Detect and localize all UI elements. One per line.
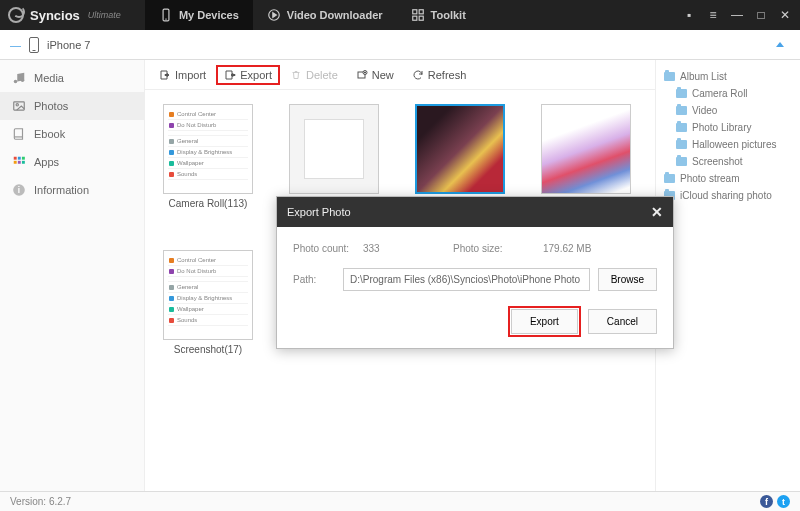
settings-thumb-icon: Control Center Do Not Disturb General Di… xyxy=(164,251,252,339)
trash-icon xyxy=(290,69,302,81)
photo-size-value: 179.62 MB xyxy=(543,243,591,254)
sidebar-label: Ebook xyxy=(34,128,65,140)
maximize-icon[interactable]: □ xyxy=(754,8,768,22)
folder-icon xyxy=(664,72,675,81)
tree-camera-roll[interactable]: Camera Roll xyxy=(662,85,794,102)
svg-point-7 xyxy=(14,80,18,84)
menu-icon[interactable]: ≡ xyxy=(706,8,720,22)
play-circle-icon xyxy=(267,8,281,22)
chevron-up-icon[interactable] xyxy=(776,42,784,47)
tree-album-list[interactable]: Album List xyxy=(662,68,794,85)
folder-icon xyxy=(676,157,687,166)
album-thumb xyxy=(289,104,379,194)
tree-photo-library[interactable]: Photo Library xyxy=(662,119,794,136)
window-controls: ▪ ≡ — □ ✕ xyxy=(682,8,792,22)
photo-count-label: Photo count: xyxy=(293,243,363,254)
social-links: f t xyxy=(760,495,790,508)
tab-video-downloader[interactable]: Video Downloader xyxy=(253,0,397,30)
album-camera-roll[interactable]: Control Center Do Not Disturb General Di… xyxy=(159,104,257,220)
dialog-export-button[interactable]: Export xyxy=(511,309,578,334)
dialog-actions: Export Cancel xyxy=(293,309,657,334)
tree-photo-stream[interactable]: Photo stream xyxy=(662,170,794,187)
album-thumb: Control Center Do Not Disturb General Di… xyxy=(163,104,253,194)
svg-rect-9 xyxy=(14,102,25,110)
nav-tabs: My Devices Video Downloader Toolkit xyxy=(145,0,480,30)
svg-point-8 xyxy=(21,79,25,83)
new-icon xyxy=(356,69,368,81)
phone-icon xyxy=(159,8,173,22)
btn-label: New xyxy=(372,69,394,81)
new-button[interactable]: New xyxy=(348,65,402,85)
settings-thumb-icon: Control Center Do Not Disturb General Di… xyxy=(164,105,252,193)
tab-label: Video Downloader xyxy=(287,9,383,21)
folder-icon xyxy=(664,174,675,183)
tab-label: Toolkit xyxy=(431,9,466,21)
sidebar-item-ebook[interactable]: Ebook xyxy=(0,120,144,148)
tab-my-devices[interactable]: My Devices xyxy=(145,0,253,30)
album-thumb xyxy=(541,104,631,194)
grid-icon xyxy=(411,8,425,22)
photo-icon xyxy=(12,99,26,113)
device-bar: — iPhone 7 xyxy=(0,30,800,60)
album-label: Screenshot(17) xyxy=(174,344,242,355)
folder-icon xyxy=(676,123,687,132)
svg-rect-3 xyxy=(412,10,416,14)
import-icon xyxy=(159,69,171,81)
photo-count-value: 333 xyxy=(363,243,453,254)
refresh-icon xyxy=(412,69,424,81)
btn-label: Export xyxy=(240,69,272,81)
path-input[interactable] xyxy=(343,268,590,291)
dialog-path-row: Path: Browse xyxy=(293,268,657,291)
dialog-titlebar: Export Photo ✕ xyxy=(277,197,673,227)
tree-halloween[interactable]: Halloween pictures xyxy=(662,136,794,153)
delete-button[interactable]: Delete xyxy=(282,65,346,85)
sidebar-label: Media xyxy=(34,72,64,84)
album-thumb: Control Center Do Not Disturb General Di… xyxy=(163,250,253,340)
dialog-cancel-button[interactable]: Cancel xyxy=(588,309,657,334)
brand-name: Syncios xyxy=(30,8,80,23)
export-button[interactable]: Export xyxy=(216,65,280,85)
btn-label: Delete xyxy=(306,69,338,81)
music-icon xyxy=(12,71,26,85)
tree-icloud-sharing[interactable]: iCloud sharing photo xyxy=(662,187,794,204)
browse-button[interactable]: Browse xyxy=(598,268,657,291)
close-icon[interactable]: ✕ xyxy=(778,8,792,22)
photo-size-label: Photo size: xyxy=(453,243,543,254)
phone-icon xyxy=(29,37,39,53)
dialog-close-icon[interactable]: ✕ xyxy=(651,204,663,220)
album-thumb xyxy=(415,104,505,194)
folder-icon xyxy=(676,140,687,149)
tab-toolkit[interactable]: Toolkit xyxy=(397,0,480,30)
svg-rect-16 xyxy=(18,161,21,164)
svg-rect-4 xyxy=(419,10,423,14)
dialog-body: Photo count: 333 Photo size: 179.62 MB P… xyxy=(277,227,673,348)
refresh-button[interactable]: Refresh xyxy=(404,65,475,85)
svg-point-10 xyxy=(16,104,18,106)
sidebar-item-media[interactable]: Media xyxy=(0,64,144,92)
svg-text:i: i xyxy=(18,186,20,195)
svg-rect-5 xyxy=(412,16,416,20)
import-button[interactable]: Import xyxy=(151,65,214,85)
minimize-icon[interactable]: — xyxy=(730,8,744,22)
path-label: Path: xyxy=(293,274,343,285)
device-name[interactable]: iPhone 7 xyxy=(47,39,90,51)
sidebar-label: Information xyxy=(34,184,89,196)
sidebar: Media Photos Ebook Apps i Information xyxy=(0,60,145,491)
album-screenshot[interactable]: Control Center Do Not Disturb General Di… xyxy=(159,250,257,355)
tree-video[interactable]: Video xyxy=(662,102,794,119)
twitter-icon[interactable]: t xyxy=(777,495,790,508)
comment-icon[interactable]: ▪ xyxy=(682,8,696,22)
sidebar-item-photos[interactable]: Photos xyxy=(0,92,144,120)
btn-label: Refresh xyxy=(428,69,467,81)
brand-edition: Ultimate xyxy=(88,10,121,20)
svg-rect-6 xyxy=(419,16,423,20)
sidebar-item-information[interactable]: i Information xyxy=(0,176,144,204)
sidebar-item-apps[interactable]: Apps xyxy=(0,148,144,176)
tree-screenshot[interactable]: Screenshot xyxy=(662,153,794,170)
facebook-icon[interactable]: f xyxy=(760,495,773,508)
apps-icon xyxy=(12,155,26,169)
tab-label: My Devices xyxy=(179,9,239,21)
dialog-info-row: Photo count: 333 Photo size: 179.62 MB xyxy=(293,243,657,254)
device-bullet-icon: — xyxy=(10,39,21,51)
toolbar: Import Export Delete New Refresh xyxy=(145,60,655,90)
